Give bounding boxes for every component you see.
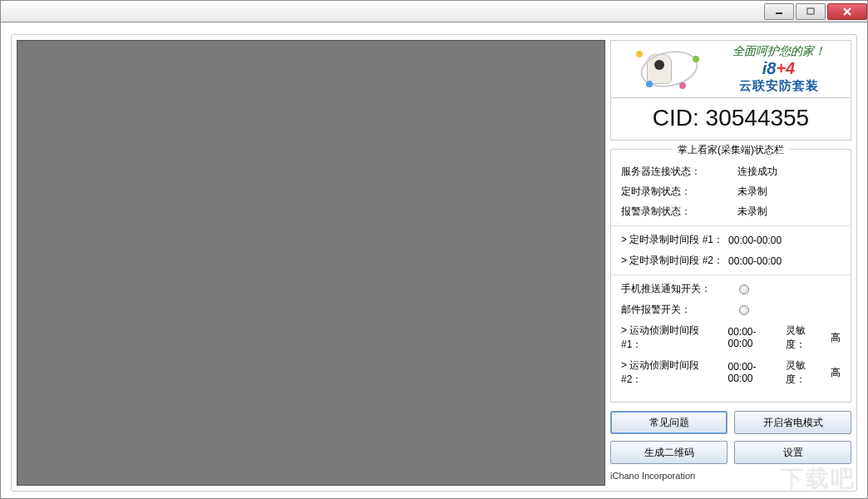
divider	[611, 274, 851, 275]
power-save-button[interactable]: 开启省电模式	[734, 411, 851, 434]
schedule-row-2: > 定时录制时间段 #2： 00:00-00:00	[621, 254, 841, 268]
promo-plus4: +4	[776, 59, 795, 77]
sched1-label: > 定时录制时间段 #1：	[621, 233, 723, 247]
minimize-icon	[775, 8, 783, 15]
video-preview[interactable]	[17, 40, 605, 486]
motion-row-2: > 运动侦测时间段 #2： 00:00-00:00 灵敏度： 高	[621, 358, 841, 387]
window-maximize-button[interactable]	[796, 3, 826, 20]
motion2-sens-label: 灵敏度：	[786, 358, 826, 387]
window-minimize-button[interactable]	[764, 3, 794, 20]
sched2-label: > 定时录制时间段 #2：	[621, 254, 723, 268]
status-row-timer-rec: 定时录制状态： 未录制	[621, 185, 841, 199]
sched1-value: 00:00-00:00	[728, 235, 782, 246]
close-icon	[842, 7, 852, 17]
server-status-label: 服务器连接状态：	[621, 165, 737, 179]
promo-line2: i8+4	[762, 58, 796, 78]
window-titlebar	[0, 0, 868, 22]
status-row-alarm-rec: 报警录制状态： 未录制	[621, 205, 841, 219]
svg-rect-1	[807, 8, 814, 14]
timer-rec-label: 定时录制状态：	[621, 185, 737, 199]
client-area: 全面呵护您的家！ i8+4 云联安防套装 CID: 30544355 掌上看家(…	[0, 22, 868, 499]
right-panel: 全面呵护您的家！ i8+4 云联安防套装 CID: 30544355 掌上看家(…	[610, 40, 851, 486]
promo-banner: 全面呵护您的家！ i8+4 云联安防套装	[610, 40, 851, 98]
company-footer: iChano Incorporation	[610, 471, 851, 481]
motion1-label: > 运动侦测时间段 #1：	[621, 324, 723, 352]
mail-alarm-row: 邮件报警开关：	[621, 303, 841, 317]
main-frame: 全面呵护您的家！ i8+4 云联安防套装 CID: 30544355 掌上看家(…	[11, 34, 857, 492]
motion1-sens-label: 灵敏度：	[786, 324, 826, 352]
schedule-row-1: > 定时录制时间段 #1： 00:00-00:00	[621, 233, 841, 247]
status-row-server: 服务器连接状态： 连接成功	[621, 165, 841, 179]
cid-value: 30544355	[706, 105, 810, 131]
motion1-value: 00:00-00:00	[727, 326, 781, 349]
mail-alarm-toggle[interactable]	[739, 305, 749, 315]
settings-button[interactable]: 设置	[734, 441, 851, 464]
dot-icon	[636, 51, 643, 57]
promo-text: 全面呵护您的家！ i8+4 云联安防套装	[707, 45, 851, 94]
sched2-value: 00:00-00:00	[728, 255, 782, 267]
window-close-button[interactable]	[827, 3, 867, 20]
mail-alarm-label: 邮件报警开关：	[621, 303, 729, 317]
dot-icon	[693, 56, 699, 62]
promo-i8: i8	[762, 59, 777, 77]
faq-button[interactable]: 常见问题	[610, 411, 727, 434]
divider	[611, 225, 851, 226]
action-buttons: 常见问题 开启省电模式 生成二维码 设置	[610, 411, 851, 464]
promo-line1: 全面呵护您的家！	[732, 45, 826, 59]
status-group: 掌上看家(采集端)状态栏 服务器连接状态： 连接成功 定时录制状态： 未录制 报…	[610, 149, 851, 403]
svg-rect-0	[776, 12, 782, 14]
motion-row-1: > 运动侦测时间段 #1： 00:00-00:00 灵敏度： 高	[621, 324, 841, 352]
qrcode-button[interactable]: 生成二维码	[610, 441, 727, 464]
motion2-sens-value: 高	[831, 366, 841, 380]
motion2-value: 00:00-00:00	[727, 361, 781, 384]
timer-rec-value: 未录制	[737, 185, 767, 199]
alarm-rec-value: 未录制	[737, 205, 767, 219]
motion2-label: > 运动侦测时间段 #2：	[621, 358, 723, 387]
server-status-value: 连接成功	[737, 165, 777, 179]
status-body: 服务器连接状态： 连接成功 定时录制状态： 未录制 报警录制状态： 未录制 > …	[611, 165, 851, 387]
cid-prefix: CID:	[653, 105, 706, 131]
push-notify-row: 手机推送通知开关：	[621, 282, 841, 296]
alarm-rec-label: 报警录制状态：	[621, 205, 737, 219]
push-notify-label: 手机推送通知开关：	[621, 282, 729, 296]
motion1-sens-value: 高	[831, 331, 841, 345]
dot-icon	[646, 81, 653, 87]
dot-icon	[679, 82, 686, 89]
maximize-icon	[806, 7, 815, 16]
status-group-title: 掌上看家(采集端)状态栏	[673, 143, 789, 157]
push-notify-toggle[interactable]	[739, 284, 749, 294]
promo-line3: 云联安防套装	[739, 78, 819, 93]
cid-display: CID: 30544355	[610, 98, 851, 141]
promo-graphic	[611, 41, 707, 97]
